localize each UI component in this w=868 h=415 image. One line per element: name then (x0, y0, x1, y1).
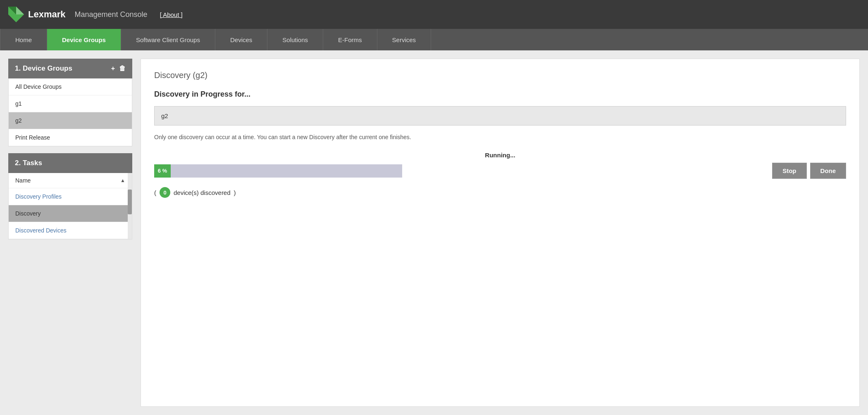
sidebar-item-g2[interactable]: g2 (9, 112, 132, 129)
device-groups-section-header: 1. Device Groups + 🗑 (8, 59, 132, 78)
devices-count-badge: 0 (160, 187, 170, 198)
task-item-discovered-devices[interactable]: Discovered Devices (9, 222, 132, 239)
device-groups-list: All Device Groups g1 g2 Print Release (8, 78, 132, 147)
discovery-target-box: g2 (154, 106, 846, 126)
discovery-section-title: Discovery in Progress for... (154, 90, 846, 99)
stop-button[interactable]: Stop (772, 163, 806, 179)
add-group-icon[interactable]: + (111, 65, 115, 72)
tasks-header-row: Name ▲ (9, 173, 132, 188)
running-label: Running... (154, 152, 846, 159)
sidebar-item-print-release[interactable]: Print Release (9, 129, 132, 146)
sidebar-item-all-device-groups[interactable]: All Device Groups (9, 78, 132, 95)
close-paren: ) (234, 189, 236, 196)
task-item-discovery-profiles[interactable]: Discovery Profiles (9, 188, 132, 205)
page-title: Discovery (g2) (154, 71, 846, 80)
nav-item-devices[interactable]: Devices (215, 29, 267, 50)
navbar: Home Device Groups Software Client Group… (0, 29, 868, 50)
progress-bar-container: 6 % (154, 164, 402, 178)
nav-item-home[interactable]: Home (0, 29, 47, 50)
delete-group-icon[interactable]: 🗑 (119, 65, 126, 72)
tasks-name-label: Name (15, 177, 31, 184)
main-content: Discovery (g2) Discovery in Progress for… (141, 59, 860, 407)
nav-item-solutions[interactable]: Solutions (267, 29, 323, 50)
progress-fill: 6 % (154, 164, 171, 178)
sidebar: 1. Device Groups + 🗑 All Device Groups g… (8, 59, 132, 407)
header: Lexmark Management Console [ About ] (0, 0, 868, 29)
sidebar-item-g1[interactable]: g1 (9, 95, 132, 112)
open-paren: ( (154, 189, 156, 196)
progress-label: 6 % (158, 168, 167, 174)
nav-item-device-groups[interactable]: Device Groups (47, 29, 121, 50)
lexmark-logo-icon (8, 7, 24, 22)
devices-discovered-label: device(s) discovered (174, 189, 231, 196)
content-area: 1. Device Groups + 🗑 All Device Groups g… (0, 50, 868, 415)
scrollbar-track (128, 173, 132, 239)
scrollbar-thumb[interactable] (128, 190, 132, 214)
task-item-discovery[interactable]: Discovery (9, 205, 132, 222)
sidebar-header-actions: + 🗑 (111, 65, 126, 72)
console-text: Management Console (75, 10, 148, 19)
tasks-section-header: 2. Tasks (8, 153, 132, 173)
nav-item-eforms[interactable]: E-Forms (323, 29, 377, 50)
svg-marker-2 (16, 7, 24, 14)
progress-row: 6 % Stop Done (154, 163, 846, 179)
tasks-list: Name ▲ Discovery Profiles Discovery Disc… (8, 173, 132, 240)
tasks-title: 2. Tasks (15, 159, 42, 167)
done-button[interactable]: Done (810, 163, 847, 179)
scroll-up-icon[interactable]: ▲ (120, 178, 125, 183)
nav-item-services[interactable]: Services (377, 29, 432, 50)
discovered-row: ( 0 device(s) discovered ) (154, 187, 846, 198)
info-text: Only one discovery can occur at a time. … (154, 133, 846, 142)
button-group: Stop Done (772, 163, 846, 179)
device-groups-title: 1. Device Groups (15, 64, 72, 73)
logo-area: Lexmark Management Console [ About ] (8, 7, 183, 22)
logo-text: Lexmark (28, 9, 66, 20)
nav-item-software-client-groups[interactable]: Software Client Groups (121, 29, 215, 50)
tasks-section: 2. Tasks Name ▲ Discovery Profiles Disco… (8, 153, 132, 240)
about-link[interactable]: [ About ] (160, 11, 183, 18)
